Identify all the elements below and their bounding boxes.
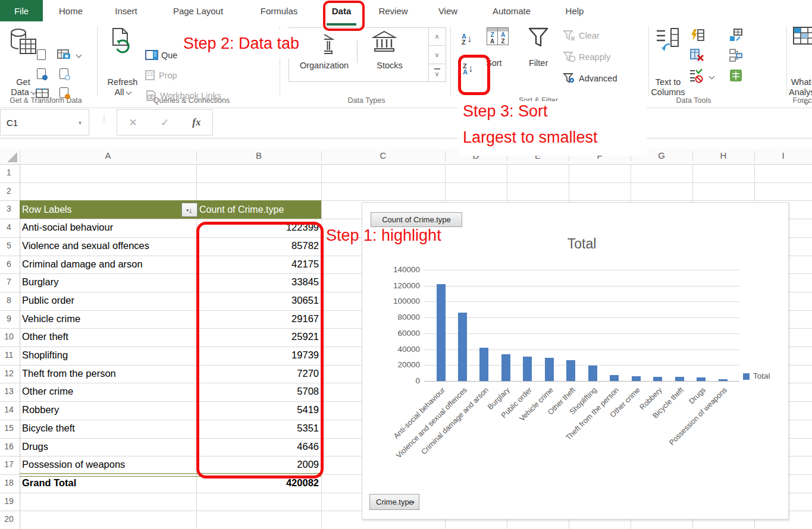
- gallery-more-button[interactable]: ∨: [429, 64, 445, 82]
- chart-gridline: [424, 381, 739, 382]
- cancel-entry-icon[interactable]: ✕: [129, 116, 137, 129]
- remove-duplicates-button[interactable]: [690, 49, 704, 62]
- row-header-4[interactable]: 4: [0, 222, 18, 232]
- pivot-row-label[interactable]: Robbery: [22, 404, 59, 415]
- refresh-all-button[interactable]: Refresh All: [106, 77, 139, 97]
- tab-view[interactable]: View: [438, 0, 457, 21]
- pivot-row-label[interactable]: Burglary: [22, 276, 58, 288]
- reapply-button[interactable]: Reapply: [563, 51, 610, 63]
- pivot-row-label[interactable]: Vehicle crime: [22, 313, 80, 325]
- advanced-filter-button[interactable]: Advanced: [563, 73, 617, 84]
- tab-page-layout[interactable]: Page Layout: [173, 0, 223, 21]
- pivot-row-label[interactable]: Criminal damage and arson: [22, 259, 143, 270]
- column-header-a[interactable]: A: [105, 150, 111, 160]
- pivot-row-label[interactable]: Possession of weapons: [22, 459, 125, 470]
- row-header-16[interactable]: 16: [0, 442, 18, 451]
- data-validation-button[interactable]: [689, 69, 714, 83]
- what-if-label-1: What-If: [786, 77, 812, 87]
- row-header-19[interactable]: 19: [0, 496, 18, 506]
- chart-bar: [653, 377, 662, 381]
- row-header-9[interactable]: 9: [0, 314, 18, 323]
- pivot-row-label[interactable]: Bicycle theft: [22, 423, 75, 434]
- consolidate-button[interactable]: [729, 29, 742, 42]
- tab-insert[interactable]: Insert: [115, 0, 137, 21]
- tab-formulas[interactable]: Formulas: [261, 0, 298, 21]
- sort-ascending-button[interactable]: AZ ↓: [462, 33, 472, 45]
- row-header-10[interactable]: 10: [0, 332, 18, 341]
- chart-value-field-button[interactable]: Count of Crime.type: [371, 212, 462, 227]
- relationships-icon: [729, 49, 742, 62]
- gallery-scroll: ∧ ∨ ∨: [428, 27, 445, 82]
- pivot-row-label[interactable]: Other theft: [22, 331, 68, 342]
- row-header-20[interactable]: 20: [0, 514, 18, 524]
- name-box-dropdown-icon[interactable]: ▾: [79, 119, 81, 126]
- column-header-b[interactable]: B: [256, 150, 262, 160]
- existing-connections-button[interactable]: [59, 87, 68, 98]
- from-text-file-button[interactable]: [37, 49, 46, 60]
- row-header-13[interactable]: 13: [0, 386, 18, 396]
- relationships-button[interactable]: [729, 49, 742, 62]
- gallery-scroll-down[interactable]: ∨: [429, 46, 445, 64]
- tab-help[interactable]: Help: [566, 0, 584, 21]
- pivot-row-label[interactable]: Public order: [22, 295, 74, 306]
- pivot-row-label[interactable]: Other crime: [22, 386, 73, 397]
- row-header-15[interactable]: 15: [0, 423, 18, 433]
- data-type-organization[interactable]: Organization: [291, 61, 357, 70]
- queries-connections-button[interactable]: Quer: [145, 50, 180, 60]
- from-picture-button[interactable]: [57, 49, 81, 60]
- row-header-14[interactable]: 14: [0, 405, 18, 414]
- tab-review[interactable]: Review: [378, 0, 407, 21]
- pivot-grand-total-label[interactable]: Grand Total: [22, 477, 76, 489]
- column-header-c[interactable]: C: [380, 150, 387, 160]
- pivot-row-label[interactable]: Drugs: [22, 441, 48, 452]
- flash-fill-button[interactable]: [690, 29, 704, 42]
- name-box-value: C1: [7, 118, 18, 128]
- pivot-row-label[interactable]: Shoplifting: [22, 349, 68, 361]
- row-header-3[interactable]: 3: [0, 204, 18, 213]
- column-headers: ABCDEFGHI: [0, 149, 812, 165]
- workbook-links-button[interactable]: Workbook Links: [145, 90, 221, 101]
- pivot-chart[interactable]: Count of Crime.type Total 14000012000010…: [362, 202, 789, 519]
- pivot-row-label[interactable]: Anti-social behaviour: [22, 222, 113, 233]
- column-header-g[interactable]: G: [658, 150, 665, 160]
- confirm-entry-icon[interactable]: ✓: [161, 116, 169, 129]
- insert-function-icon[interactable]: fx: [192, 116, 200, 128]
- pivot-row-label[interactable]: Theft from the person: [22, 368, 116, 379]
- properties-button[interactable]: Prop: [145, 70, 177, 80]
- gallery-scroll-up[interactable]: ∧: [429, 27, 445, 46]
- what-if-analysis-button[interactable]: What-If Analysis: [786, 77, 812, 108]
- chart-axis-field-button[interactable]: Crime.type ▾: [369, 494, 419, 510]
- row-header-2[interactable]: 2: [0, 186, 18, 196]
- from-web-button[interactable]: [37, 68, 46, 79]
- recent-sources-button[interactable]: [59, 68, 68, 79]
- pivot-header-values[interactable]: Count of Crime.type: [196, 200, 321, 219]
- row-header-5[interactable]: 5: [0, 241, 18, 250]
- name-box[interactable]: C1 ▾: [0, 109, 89, 136]
- tab-home[interactable]: Home: [59, 0, 83, 21]
- pivot-header-row-labels[interactable]: Row Labels: [20, 200, 196, 219]
- row-header-17[interactable]: 17: [0, 459, 18, 469]
- row-header-7[interactable]: 7: [0, 277, 18, 286]
- manage-data-model-button[interactable]: [729, 69, 742, 82]
- row-header-12[interactable]: 12: [0, 369, 18, 378]
- row-header-6[interactable]: 6: [0, 259, 18, 269]
- column-header-h[interactable]: H: [720, 150, 727, 160]
- column-header-i[interactable]: I: [782, 150, 784, 160]
- tab-file[interactable]: File: [0, 0, 43, 21]
- select-all-corner[interactable]: [7, 152, 17, 162]
- row-header-8[interactable]: 8: [0, 295, 18, 305]
- from-table-button[interactable]: [36, 87, 49, 98]
- row-header-11[interactable]: 11: [0, 350, 18, 360]
- pivot-row-label[interactable]: Violence and sexual offences: [22, 240, 149, 251]
- text-to-columns-button[interactable]: Text to Columns: [651, 77, 685, 97]
- data-type-stocks[interactable]: Stocks: [360, 61, 419, 70]
- filter-button[interactable]: Filter: [529, 58, 548, 68]
- tab-automate[interactable]: Automate: [493, 0, 531, 21]
- pivot-grand-total-value[interactable]: 420082: [196, 477, 319, 489]
- row-labels-sort-filter-button[interactable]: ▾↓: [181, 203, 197, 217]
- row-header-18[interactable]: 18: [0, 478, 18, 487]
- down-arrow-icon: ↓: [467, 34, 472, 44]
- clear-filter-button[interactable]: Clear: [563, 30, 600, 42]
- refresh-all-icon: [109, 26, 136, 56]
- row-header-1[interactable]: 1: [0, 168, 18, 177]
